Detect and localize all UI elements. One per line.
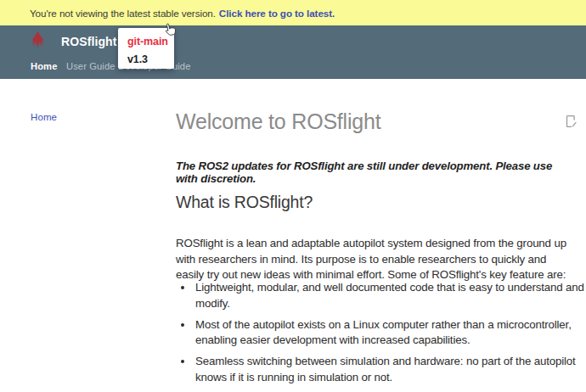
list-item: Seamless switching between simulation an… — [194, 354, 586, 385]
tab-user-guide[interactable]: User Guide — [66, 61, 116, 71]
site-header: ROSflight Home User Guide Developer Guid… — [0, 25, 586, 79]
outdated-version-banner: You're not viewing the latest stable ver… — [0, 0, 586, 25]
edit-page-icon[interactable] — [563, 114, 578, 129]
rosflight-logo-icon — [28, 31, 48, 49]
section-heading: What is ROSflight? — [176, 193, 313, 212]
intro-paragraph: ROSflight is a lean and adaptable autopi… — [176, 236, 572, 283]
sidebar-item-home[interactable]: Home — [31, 112, 57, 122]
list-item: Most of the autopilot exists on a Linux … — [194, 317, 586, 349]
banner-message: You're not viewing the latest stable ver… — [30, 8, 216, 19]
site-title: ROSflight — [61, 35, 116, 48]
go-to-latest-link[interactable]: Click here to go to latest. — [219, 8, 335, 19]
version-option-v1-3[interactable]: v1.3 — [118, 51, 174, 69]
development-notice: The ROS2 updates for ROSflight are still… — [176, 160, 568, 185]
list-item: Lightweight, modular, and well documente… — [194, 280, 586, 311]
page-title: Welcome to ROSflight — [176, 109, 380, 134]
tab-home[interactable]: Home — [31, 61, 57, 71]
feature-list: Lightweight, modular, and well documente… — [176, 280, 586, 392]
hand-pointer-cursor-icon — [161, 20, 180, 40]
